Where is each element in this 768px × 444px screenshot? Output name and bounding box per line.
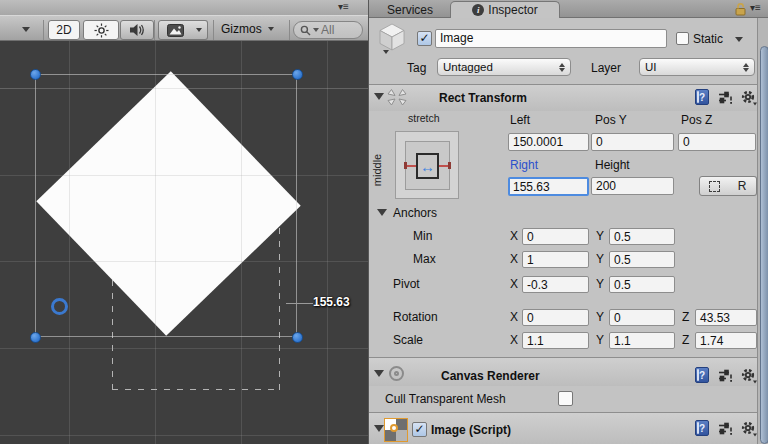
tag-value: Untagged xyxy=(443,61,493,73)
tag-dropdown[interactable]: Untagged xyxy=(437,58,571,76)
gameobject-icon-dropdown[interactable] xyxy=(383,50,389,54)
gear-icon[interactable] xyxy=(740,367,758,384)
gameobject-cube-icon[interactable] xyxy=(376,21,408,52)
unity-editor: ▾≡ 2D xyxy=(0,0,768,444)
tab-inspector-label: Inspector xyxy=(488,3,537,17)
gear-icon[interactable] xyxy=(740,89,758,106)
right-label: Right xyxy=(510,158,538,172)
gear-icon[interactable] xyxy=(740,420,758,437)
tab-inspector[interactable]: i Inspector xyxy=(450,1,560,18)
help-icon[interactable]: ? xyxy=(695,367,709,383)
anchor-knob-left xyxy=(404,162,407,169)
posy-field[interactable]: 0 xyxy=(591,133,674,151)
chevron-down-icon xyxy=(268,27,274,31)
presets-icon[interactable] xyxy=(718,421,734,436)
min-label: Min xyxy=(413,229,432,243)
raw-edit-button[interactable]: R xyxy=(728,176,757,196)
object-name-input[interactable]: Image xyxy=(435,29,667,48)
scene-search-input[interactable]: All xyxy=(293,21,363,39)
min-y-field[interactable]: 0.5 xyxy=(609,228,675,245)
cull-transparent-mesh-label: Cull Transparent Mesh xyxy=(385,392,506,406)
scale-y-field[interactable]: 1.1 xyxy=(609,332,675,349)
render-mode-dropdown-icon[interactable] xyxy=(22,27,30,32)
presets-icon[interactable] xyxy=(718,90,734,105)
posz-label: Pos Z xyxy=(681,113,712,127)
search-icon xyxy=(300,25,311,36)
2d-toggle-button[interactable]: 2D xyxy=(48,20,80,40)
effects-toggle-button[interactable] xyxy=(158,20,192,40)
stretch-arrow-icon: ↔ xyxy=(420,158,435,175)
rect-handle-bottom-right[interactable] xyxy=(292,332,303,343)
static-checkbox[interactable] xyxy=(676,32,689,45)
active-checkbox[interactable]: ✓ xyxy=(417,31,432,46)
y-axis-label: Y xyxy=(596,252,604,266)
gizmos-dropdown[interactable]: Gizmos xyxy=(221,22,274,36)
toolbar-separator xyxy=(289,20,290,40)
height-label: Height xyxy=(595,158,630,172)
foldout-icon[interactable] xyxy=(374,93,384,100)
inspector-tabbar: Services i Inspector ▾≡ xyxy=(369,0,768,18)
tab-services[interactable]: Services xyxy=(371,1,449,18)
rect-handle-top-left[interactable] xyxy=(30,69,41,80)
pivot-x-field[interactable]: -0.3 xyxy=(522,276,589,293)
scale-z-field[interactable]: 1.74 xyxy=(695,332,757,349)
inspector-scrollbar[interactable] xyxy=(757,18,768,444)
max-y-field[interactable]: 0.5 xyxy=(609,251,675,268)
scene-viewport[interactable]: 155.63 xyxy=(0,41,368,444)
image-component-icon xyxy=(385,419,407,441)
rect-handle-top-right[interactable] xyxy=(292,69,303,80)
sun-icon xyxy=(94,23,109,38)
right-field[interactable]: 155.63 xyxy=(508,177,589,196)
anchors-foldout-icon[interactable] xyxy=(377,209,387,216)
left-field[interactable]: 150.0001 xyxy=(508,133,589,151)
help-icon[interactable]: ? xyxy=(695,89,709,105)
rotation-z-field[interactable]: 43.53 xyxy=(695,309,757,326)
lighting-toggle-button[interactable] xyxy=(83,20,119,40)
pivot-handle[interactable] xyxy=(51,298,68,315)
rotation-y-field[interactable]: 0 xyxy=(609,309,675,326)
layer-dropdown[interactable]: UI xyxy=(639,58,755,76)
y-axis-label: Y xyxy=(596,310,604,324)
x-axis-label: X xyxy=(510,333,518,347)
cull-transparent-mesh-checkbox[interactable] xyxy=(558,391,573,406)
y-axis-label: Y xyxy=(596,229,604,243)
static-dropdown-icon[interactable] xyxy=(735,37,743,42)
max-x-field[interactable]: 1 xyxy=(522,251,589,268)
image-script-title: Image (Script) xyxy=(431,423,511,437)
x-axis-label: X xyxy=(510,310,518,324)
foldout-icon[interactable] xyxy=(374,425,384,432)
audio-toggle-button[interactable] xyxy=(120,20,154,40)
height-field[interactable]: 200 xyxy=(591,177,674,195)
rotation-x-field[interactable]: 0 xyxy=(522,309,589,326)
scale-label: Scale xyxy=(393,333,423,347)
stepper-icon xyxy=(559,63,565,72)
scene-toolbar: 2D xyxy=(0,15,368,41)
scene-pane-menu-icon[interactable]: ▾≡ xyxy=(338,1,349,12)
measurement-line xyxy=(286,303,313,304)
lock-icon[interactable] xyxy=(734,2,747,16)
min-x-field[interactable]: 0 xyxy=(522,228,589,245)
rect-transform-outline xyxy=(35,74,297,337)
chevron-down-icon xyxy=(196,28,202,32)
left-label: Left xyxy=(510,113,530,127)
blueprint-mode-button[interactable] xyxy=(699,176,729,196)
inspector-pane-menu-icon[interactable]: ▾≡ xyxy=(750,2,761,13)
canvas-renderer-title: Canvas Renderer xyxy=(441,369,540,383)
pivot-label: Pivot xyxy=(393,277,420,291)
effects-dropdown[interactable] xyxy=(191,20,208,40)
rect-transform-icon xyxy=(385,88,409,107)
scene-titlebar: ▾≡ xyxy=(0,0,368,15)
presets-icon[interactable] xyxy=(718,368,734,383)
foldout-icon[interactable] xyxy=(374,370,384,377)
grid-line xyxy=(327,41,328,444)
image-enabled-checkbox[interactable]: ✓ xyxy=(412,422,427,437)
scale-x-field[interactable]: 1.1 xyxy=(522,332,589,349)
scrollbar-thumb[interactable] xyxy=(760,46,768,444)
info-icon: i xyxy=(472,4,484,16)
y-axis-label: Y xyxy=(596,277,604,291)
rect-handle-bottom-left[interactable] xyxy=(30,332,41,343)
tab-services-label: Services xyxy=(387,3,433,17)
pivot-y-field[interactable]: 0.5 xyxy=(609,276,675,293)
help-icon[interactable]: ? xyxy=(695,420,709,436)
posz-field[interactable]: 0 xyxy=(678,133,756,151)
